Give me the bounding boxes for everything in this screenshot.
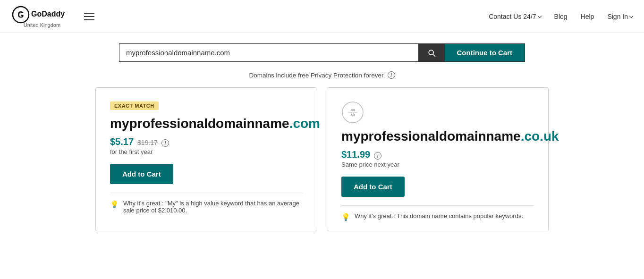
add-to-cart-button-com[interactable]: Add to Cart [110,164,173,184]
blog-link[interactable]: Blog [554,13,568,20]
header-nav: Contact Us 24/7 Blog Help Sign In [489,13,633,20]
signin-chevron-icon [629,14,633,17]
price-main-couk: $11.99 [341,149,370,160]
price-main-com: $5.17 [110,136,134,147]
domain-card-com: EXACT MATCH myprofessionaldomainname.com… [95,87,317,231]
hamburger-menu[interactable] [82,11,96,22]
price-row-com: $5.17 $19.17 i [110,136,303,147]
header-left: GoDaddy United Kingdom [11,5,96,28]
domain-name-com: myprofessionaldomainname.com [110,116,303,132]
domain-card-couk: .co .uk myprofessionaldomainname.co.uk $… [327,87,549,231]
search-input[interactable] [119,44,418,61]
godaddy-logo: GoDaddy [11,5,73,24]
price-original-com: $19.17 [137,139,158,146]
help-link[interactable]: Help [581,13,594,20]
add-to-cart-button-couk[interactable]: Add to Cart [341,177,405,197]
privacy-info-icon[interactable]: i [388,71,395,79]
card-divider-com [110,193,303,193]
signin-link[interactable]: Sign In [607,13,633,20]
price-info-icon-com[interactable]: i [161,139,169,147]
continue-to-cart-button[interactable]: Continue to Cart [445,44,525,61]
privacy-note: Domains include free Privacy Protection … [0,68,644,87]
cards-section: EXACT MATCH myprofessionaldomainname.com… [0,87,644,245]
svg-text:GoDaddy: GoDaddy [31,10,65,18]
contact-link[interactable]: Contact Us 24/7 [489,13,541,20]
domain-ext-couk: .co.uk [521,129,559,144]
svg-text:.co: .co [350,108,356,112]
domain-ext-com: .com [289,116,320,131]
price-note-couk: Same price next year [341,161,534,168]
search-button[interactable] [418,44,445,61]
why-great-com: 💡 Why it's great.: "My" is a high value … [110,200,303,214]
domain-name-couk: myprofessionaldomainname.co.uk [341,128,534,144]
why-great-couk: 💡 Why it's great.: This domain name cont… [341,212,534,221]
search-section: Continue to Cart [0,33,644,68]
exact-match-badge: EXACT MATCH [110,101,159,110]
bulb-icon-com: 💡 [110,200,119,209]
header: GoDaddy United Kingdom Contact Us 24/7 B… [0,0,644,33]
card-divider-couk [341,205,534,206]
contact-chevron-icon [537,14,541,17]
couk-icon-container: .co .uk [341,101,534,126]
logo-subtitle: United Kingdom [11,22,73,28]
couk-icon: .co .uk [341,101,364,124]
bulb-icon-couk: 💡 [341,213,350,221]
search-icon [427,48,436,58]
svg-point-0 [13,7,29,23]
svg-text:.uk: .uk [350,112,356,117]
logo-wrap: GoDaddy United Kingdom [11,5,73,28]
price-row-couk: $11.99 i [341,149,534,160]
price-info-icon-couk[interactable]: i [374,152,381,160]
search-wrap: Continue to Cart [119,43,525,62]
price-note-com: for the first year [110,148,303,155]
